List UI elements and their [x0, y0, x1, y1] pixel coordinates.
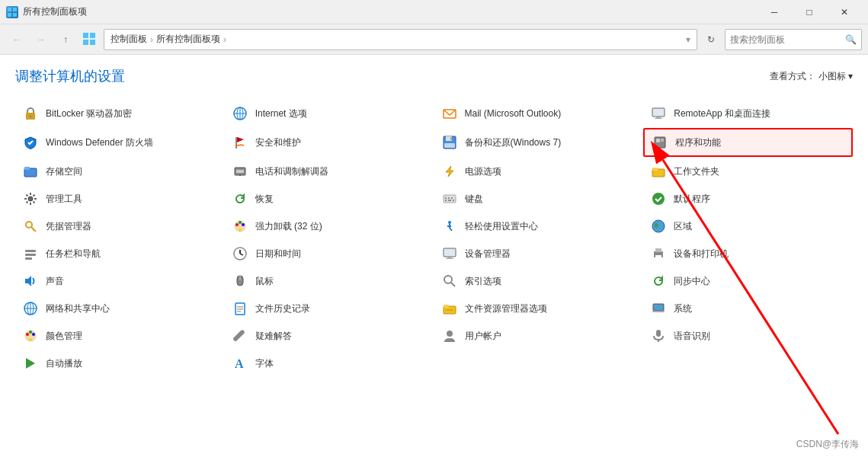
grid-item-20[interactable]: 任务栏和导航	[15, 241, 225, 267]
search-input[interactable]	[730, 34, 845, 45]
back-button[interactable]: ←	[6, 29, 27, 50]
item-icon-3	[649, 104, 668, 123]
svg-rect-15	[652, 108, 665, 117]
item-label-18: 轻松使用设置中心	[465, 220, 538, 233]
grid-item-6[interactable]: 备份和还原(Windows 7)	[434, 128, 644, 157]
item-icon-33	[231, 327, 249, 345]
svg-rect-42	[453, 200, 454, 201]
grid-item-35[interactable]: 语音识别	[643, 323, 853, 349]
svg-point-89	[29, 338, 32, 341]
grid-item-36[interactable]: 自动播放	[15, 350, 225, 376]
grid-item-19[interactable]: 区域	[643, 213, 853, 239]
item-icon-25	[231, 272, 249, 290]
grid-item-0[interactable]: BitLocker 驱动器加密	[15, 101, 225, 126]
item-label-32: 颜色管理	[46, 330, 82, 343]
svg-point-48	[235, 223, 239, 226]
item-icon-2	[440, 104, 459, 123]
item-icon-13	[231, 190, 249, 208]
item-icon-17	[231, 217, 249, 235]
grid-item-23[interactable]: 设备和打印机	[643, 241, 853, 267]
svg-point-31	[239, 174, 241, 176]
address-box[interactable]: 控制面板 › 所有控制面板项 › ▾	[104, 29, 697, 50]
minimize-button[interactable]: ─	[757, 0, 792, 24]
items-grid: BitLocker 驱动器加密Internet 选项Mail (Microsof…	[15, 101, 853, 376]
svg-point-53	[652, 220, 665, 232]
item-icon-10	[440, 162, 459, 181]
grid-item-14[interactable]: 键盘	[434, 186, 644, 212]
grid-item-2[interactable]: Mail (Microsoft Outlook)	[434, 101, 644, 126]
svg-rect-34	[652, 168, 658, 171]
grid-item-12[interactable]: 管理工具	[15, 186, 225, 212]
grid-item-11[interactable]: 工作文件夹	[643, 158, 853, 184]
grid-item-5[interactable]: 安全和维护	[225, 128, 434, 157]
grid-item-13[interactable]: 恢复	[225, 186, 434, 212]
grid-item-34[interactable]: 用户帐户	[434, 323, 644, 349]
item-icon-26	[440, 272, 459, 290]
item-icon-30	[440, 299, 459, 318]
svg-marker-66	[25, 276, 31, 286]
grid-item-32[interactable]: 颜色管理	[15, 323, 225, 349]
item-icon-34	[440, 327, 459, 345]
view-mode-value[interactable]: 小图标 ▾	[818, 70, 853, 83]
item-icon-27	[649, 272, 668, 290]
titlebar: 所有控制面板项 ─ □ ✕	[0, 0, 868, 24]
grid-item-33[interactable]: 疑难解答	[225, 323, 434, 349]
grid-item-27[interactable]: 同步中心	[643, 268, 853, 294]
item-label-35: 语音识别	[674, 330, 710, 343]
grid-item-37[interactable]: A字体	[225, 350, 434, 376]
grid-item-15[interactable]: 默认程序	[643, 186, 853, 212]
item-icon-8	[21, 162, 40, 181]
item-icon-0	[21, 104, 40, 123]
svg-rect-55	[25, 254, 36, 256]
page-title: 调整计算机的设置	[15, 67, 125, 85]
svg-rect-16	[656, 117, 661, 118]
item-icon-28	[21, 299, 40, 318]
item-icon-11	[649, 162, 668, 181]
grid-item-24[interactable]: 声音	[15, 268, 225, 294]
item-label-9: 电话和调制解调器	[255, 165, 328, 178]
item-label-24: 声音	[46, 275, 64, 288]
grid-item-1[interactable]: Internet 选项	[225, 101, 434, 126]
svg-text:A: A	[235, 357, 244, 370]
svg-rect-7	[90, 40, 95, 45]
item-icon-29	[231, 299, 249, 318]
item-label-20: 任务栏和导航	[46, 248, 101, 260]
grid-item-29[interactable]: 文件历史记录	[225, 296, 434, 321]
grid-item-26[interactable]: 索引选项	[434, 268, 644, 294]
grid-item-9[interactable]: 电话和调制解调器	[225, 158, 434, 184]
address-dropdown-icon[interactable]: ▾	[686, 34, 690, 45]
grid-item-16[interactable]: 凭据管理器	[15, 213, 225, 239]
grid-item-21[interactable]: 日期和时间	[225, 241, 434, 267]
svg-rect-38	[448, 197, 450, 199]
grid-item-18[interactable]: 轻松使用设置中心	[434, 213, 644, 239]
search-box[interactable]: 🔍	[725, 29, 862, 50]
grid-item-4[interactable]: Windows Defender 防火墙	[15, 128, 225, 157]
main-header: 调整计算机的设置 查看方式： 小图标 ▾	[15, 67, 853, 85]
grid-item-10[interactable]: 电源选项	[434, 158, 644, 184]
item-label-5: 安全和维护	[255, 136, 301, 149]
grid-item-7[interactable]: 程序和功能	[643, 128, 853, 157]
svg-rect-64	[655, 248, 661, 252]
close-button[interactable]: ✕	[827, 0, 862, 24]
item-label-26: 索引选项	[465, 275, 501, 288]
item-label-4: Windows Defender 防火墙	[46, 136, 153, 149]
grid-item-30[interactable]: 文件资源管理器选项	[434, 296, 644, 321]
view-mode-selector[interactable]: 查看方式： 小图标 ▾	[770, 70, 853, 83]
grid-item-28[interactable]: 网络和共享中心	[15, 296, 225, 321]
up-button[interactable]: ↑	[55, 29, 76, 50]
grid-item-8[interactable]: 存储空间	[15, 158, 225, 184]
svg-rect-62	[446, 258, 453, 259]
grid-item-25[interactable]: 鼠标	[225, 268, 434, 294]
svg-rect-56	[25, 257, 32, 260]
forward-button[interactable]: →	[30, 29, 52, 50]
grid-item-31[interactable]: 系统	[643, 296, 853, 321]
grid-item-3[interactable]: RemoteApp 和桌面连接	[643, 101, 853, 126]
search-icon: 🔍	[845, 34, 857, 45]
grid-item-22[interactable]: 设备管理器	[434, 241, 644, 267]
maximize-button[interactable]: □	[792, 0, 827, 24]
grid-item-17[interactable]: 强力卸载 (32 位)	[225, 213, 434, 239]
svg-rect-4	[83, 33, 88, 38]
refresh-button[interactable]: ↻	[700, 29, 722, 50]
item-icon-24	[21, 272, 40, 290]
item-label-11: 工作文件夹	[674, 165, 719, 178]
